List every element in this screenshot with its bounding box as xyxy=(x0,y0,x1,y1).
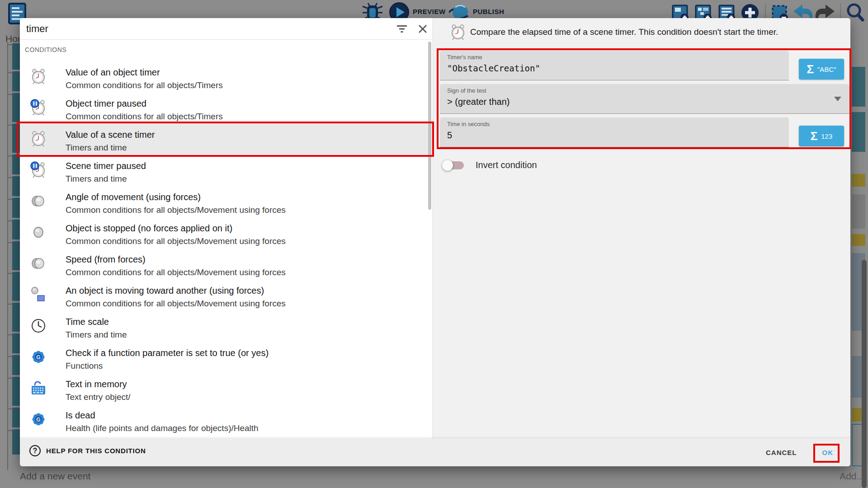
field-label: Time in seconds xyxy=(447,121,490,127)
condition-subtitle: Common conditions for all objects/Moveme… xyxy=(66,299,286,309)
condition-subtitle: Timers and time xyxy=(66,174,127,184)
alarm-clock-icon xyxy=(30,68,48,86)
background-event-block xyxy=(852,112,865,152)
time-in-seconds-field[interactable]: Time in seconds 5 xyxy=(440,117,789,147)
condition-title: Check if a function parameter is set to … xyxy=(66,348,269,358)
circle-icon xyxy=(30,224,48,242)
filter-icon[interactable] xyxy=(396,23,408,35)
condition-list-item[interactable]: Speed (from forces)Common conditions for… xyxy=(20,248,433,279)
search-bar xyxy=(20,18,433,40)
search-input[interactable] xyxy=(26,22,388,36)
dialog-footer: ? HELP FOR THIS CONDITION CANCEL OK xyxy=(20,438,850,466)
condition-list-item[interactable]: Value of a scene timerTimers and time xyxy=(20,123,433,155)
preview-button: PREVIEW xyxy=(413,8,446,15)
background-event-block xyxy=(12,429,20,455)
tree-tick xyxy=(7,125,13,126)
circle-square-icon xyxy=(30,286,48,304)
close-icon[interactable] xyxy=(416,23,429,35)
choose-condition-dialog: CONDITIONS Value of an object timerCommo… xyxy=(20,18,850,466)
tree-tick xyxy=(7,378,13,379)
condition-list-item[interactable]: Scene timer pausedTimers and time xyxy=(20,155,433,186)
number-expression-button[interactable]: Σ 123 xyxy=(799,126,844,146)
condition-title: Is dead xyxy=(66,410,95,421)
events-tree-line xyxy=(7,42,8,470)
background-event-block xyxy=(12,93,20,122)
condition-subtitle: Timers and time xyxy=(66,330,127,340)
tree-tick xyxy=(7,408,13,409)
condition-list-item[interactable]: Angle of movement (using forces)Common c… xyxy=(20,186,433,217)
alarm-paused-icon xyxy=(30,99,48,117)
condition-subtitle: Common conditions for all objects/Timers xyxy=(66,80,223,90)
background-event-block xyxy=(12,155,20,174)
chevron-down-icon xyxy=(834,97,841,101)
screen: PREVIEW PUBLISH Home Add a new event Add… xyxy=(0,0,868,488)
condition-list-item[interactable]: An object is moving toward another (usin… xyxy=(20,279,433,310)
svg-text:G: G xyxy=(36,417,40,423)
tree-tick xyxy=(7,304,13,305)
condition-subtitle: Timers and time xyxy=(66,143,127,153)
condition-subtitle: Functions xyxy=(66,361,103,371)
tree-tick xyxy=(7,221,13,221)
sigma-icon: Σ xyxy=(811,130,818,142)
timer-name-value: "ObstacleCreation" xyxy=(447,63,540,73)
background-event-block xyxy=(12,241,20,270)
alarm-clock-icon xyxy=(30,130,48,148)
alarm-clock-icon xyxy=(449,23,466,41)
condition-subtitle: Health (life points and damages for obje… xyxy=(66,423,259,433)
add-action-button: Add... xyxy=(840,471,864,482)
gear-icon: G xyxy=(30,411,48,429)
tree-tick xyxy=(7,430,13,431)
tree-tick xyxy=(7,94,13,95)
ok-button[interactable]: OK xyxy=(822,449,834,456)
background-event-block xyxy=(12,355,20,375)
background-event-block xyxy=(12,220,20,239)
background-event-block xyxy=(12,176,20,196)
condition-list-panel: CONDITIONS Value of an object timerCommo… xyxy=(20,18,433,438)
tree-tick xyxy=(7,72,13,73)
background-event-block xyxy=(12,377,20,406)
help-for-condition-button[interactable]: ? HELP FOR THIS CONDITION xyxy=(29,445,146,456)
condition-title: Object timer paused xyxy=(66,99,146,109)
timer-name-field[interactable]: Timer's name "ObstacleCreation" xyxy=(440,51,789,80)
background-event-block xyxy=(12,198,20,218)
double-circle-icon xyxy=(30,255,48,273)
condition-list-item[interactable]: Text in memoryText entry object/ xyxy=(20,373,433,404)
condition-title: Time scale xyxy=(66,317,109,327)
tree-tick xyxy=(7,356,13,357)
tree-tick xyxy=(7,155,13,156)
condition-subtitle: Common conditions for all objects/Moveme… xyxy=(66,267,286,277)
background-event-block xyxy=(12,43,20,70)
sign-of-test-select[interactable]: Sign of the test > (greater than) xyxy=(440,84,849,114)
conditions-list: Value of an object timerCommon condition… xyxy=(20,61,433,438)
condition-title: Text in memory xyxy=(66,379,127,389)
background-event-block xyxy=(12,333,20,353)
string-expression-button[interactable]: Σ "ABC" xyxy=(799,59,844,80)
help-icon: ? xyxy=(29,445,41,456)
keyboard-icon xyxy=(30,380,48,398)
condition-list-item[interactable]: GCheck if a function parameter is set to… xyxy=(20,342,433,373)
condition-list-item[interactable]: Object is stopped (no forces applied on … xyxy=(20,217,433,248)
condition-list-item[interactable]: Time scaleTimers and time xyxy=(20,310,433,342)
conditions-section-header: CONDITIONS xyxy=(25,46,66,53)
tree-tick xyxy=(7,44,13,45)
background-scrollbar xyxy=(862,260,867,488)
svg-text:G: G xyxy=(36,354,40,361)
condition-title: Value of a scene timer xyxy=(66,130,155,140)
list-scrollbar-thumb[interactable] xyxy=(428,42,431,210)
cancel-button[interactable]: CANCEL xyxy=(766,449,797,456)
background-event-block xyxy=(852,174,865,187)
sigma-icon: Σ xyxy=(807,63,814,75)
background-event-block xyxy=(852,67,865,107)
condition-list-item[interactable]: Object timer pausedCommon conditions for… xyxy=(20,92,433,123)
condition-list-item[interactable]: GIs deadHealth (life points and damages … xyxy=(20,404,433,435)
add-new-event-button: Add a new event xyxy=(20,471,90,482)
field-label: Sign of the test xyxy=(447,87,486,94)
toolbar-separator xyxy=(840,4,841,20)
publish-button: PUBLISH xyxy=(473,8,504,15)
time-in-seconds-value: 5 xyxy=(447,130,452,141)
condition-list-item[interactable]: Value of an object timerCommon condition… xyxy=(20,61,433,92)
tree-tick xyxy=(7,199,13,200)
sign-of-test-value: > (greater than) xyxy=(447,97,509,107)
condition-subtitle: Common conditions for all objects/Moveme… xyxy=(66,236,286,246)
invert-condition-toggle[interactable]: Invert condition xyxy=(442,156,537,174)
